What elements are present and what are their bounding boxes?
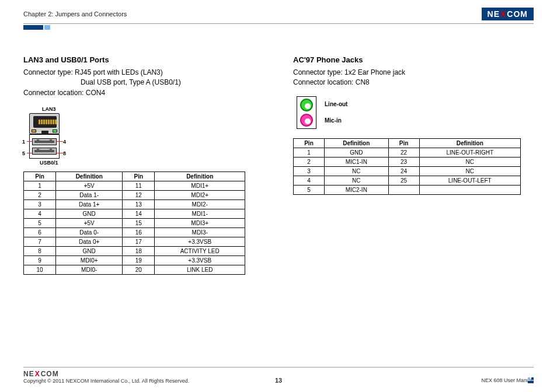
lan3-label: LAN3 xyxy=(42,106,264,112)
cell: Data 1+ xyxy=(56,200,123,209)
cell: +3.3VSB xyxy=(155,237,245,247)
th-def2: Definition xyxy=(155,172,245,181)
logo-x-icon: X xyxy=(35,370,40,378)
th-pin2: Pin xyxy=(123,172,155,181)
table-row: 10MDI0-20LINK LED xyxy=(24,265,245,275)
cell: 5 xyxy=(294,185,325,194)
page-footer: NE X COM Copyright © 2011 NEXCOM Interna… xyxy=(23,367,534,384)
logo-text-post: COM xyxy=(507,9,528,19)
cell: +5V xyxy=(56,219,123,228)
footer-logo: NE X COM xyxy=(23,370,189,378)
pin-label-1: 1 xyxy=(22,139,25,145)
usb-dual-port-icon xyxy=(29,134,60,159)
th-def2: Definition xyxy=(419,138,521,148)
cell: 5 xyxy=(24,219,56,228)
micin-jack-icon xyxy=(300,114,313,127)
cell: 1 xyxy=(294,148,325,157)
th-def: Definition xyxy=(56,172,123,181)
cell: 1 xyxy=(24,181,56,191)
header-accent xyxy=(23,25,43,30)
logo-text-post: COM xyxy=(41,370,59,378)
table-row: 9MDI0+19+3.3VSB xyxy=(24,256,245,265)
cell: MDI1- xyxy=(155,209,245,219)
cell: 18 xyxy=(123,247,155,256)
cell: GND xyxy=(56,247,123,256)
usb01-label: USB0/1 xyxy=(40,160,264,166)
table-header-row: Pin Definition Pin Definition xyxy=(294,138,521,148)
lan-usb-pin-table: Pin Definition Pin Definition 1+5V11MDI1… xyxy=(23,172,245,275)
content-columns: LAN3 and USB0/1 Ports Connector type: RJ… xyxy=(23,55,534,275)
cell: NC xyxy=(324,176,388,185)
table-row: 1GND22LINE-OUT-RIGHT xyxy=(294,148,521,157)
th-def: Definition xyxy=(324,138,388,148)
lineout-jack-icon xyxy=(300,99,313,111)
cell: 7 xyxy=(24,237,56,247)
connector-type-line1: Connector type: RJ45 port with LEDs (LAN… xyxy=(23,68,264,78)
cell: LINE-OUT-RIGHT xyxy=(419,148,521,157)
rj45-led-right-icon xyxy=(53,130,57,132)
table-header-row: Pin Definition Pin Definition xyxy=(24,172,245,181)
cell: GND xyxy=(56,209,123,219)
cell: 3 xyxy=(294,166,325,176)
table-row: 7Data 0+17+3.3VSB xyxy=(24,237,245,247)
cell: 16 xyxy=(123,228,155,237)
cell: 24 xyxy=(388,166,419,176)
port-stack: 1 4 5 8 xyxy=(29,113,60,159)
cell: MDI3- xyxy=(155,228,245,237)
cell: 25 xyxy=(388,176,419,185)
table-row: 3NC24NC xyxy=(294,166,521,176)
footer-left: NE X COM Copyright © 2011 NEXCOM Interna… xyxy=(23,370,189,384)
table-row: 4NC25LINE-OUT-LEFT xyxy=(294,176,521,185)
table-row: 6Data 0-16MDI3- xyxy=(24,228,245,237)
pin-label-5: 5 xyxy=(22,150,25,156)
cell: Data 0+ xyxy=(56,237,123,247)
cell: MIC1-IN xyxy=(324,157,388,166)
cell: 10 xyxy=(24,265,56,275)
connector-location-left: Connector location: CON4 xyxy=(23,88,264,98)
pin-line-icon xyxy=(56,141,63,142)
jack-box xyxy=(297,96,316,129)
cell: NC xyxy=(324,166,388,176)
cell: 8 xyxy=(24,247,56,256)
cell: MDI2- xyxy=(155,200,245,209)
cell: 4 xyxy=(24,209,56,219)
cell: MDI2+ xyxy=(155,191,245,200)
audio-jack-diagram: Line-out Mic-in xyxy=(297,96,534,129)
logo-text-pre: NE xyxy=(488,9,500,19)
footer-rule xyxy=(23,367,534,368)
cell: MIC2-IN xyxy=(324,185,388,194)
cell: 23 xyxy=(388,157,419,166)
table-row: 5+5V15MDI3+ xyxy=(24,219,245,228)
cell: 2 xyxy=(294,157,325,166)
connector-type-line2: Dual USB port, Type A (USB0/1) xyxy=(23,78,264,88)
connector-location-right: Connector location: CN8 xyxy=(293,78,534,88)
cell: 6 xyxy=(24,228,56,237)
th-pin: Pin xyxy=(294,138,325,148)
left-column: LAN3 and USB0/1 Ports Connector type: RJ… xyxy=(23,55,264,275)
section-title-lan-usb: LAN3 and USB0/1 Ports xyxy=(23,55,264,64)
brand-logo: NE X COM xyxy=(482,8,534,20)
usb-slot-top-icon xyxy=(32,138,57,145)
cell: Data 1- xyxy=(56,191,123,200)
cell: MDI0+ xyxy=(56,256,123,265)
ac97-pin-table: Pin Definition Pin Definition 1GND22LINE… xyxy=(293,138,521,195)
cell: +3.3VSB xyxy=(155,256,245,265)
pin-line-icon xyxy=(27,153,33,153)
logo-x-icon: X xyxy=(500,9,506,19)
pin-line-icon xyxy=(27,141,33,142)
connector-type-right: Connector type: 1x2 Ear Phone jack xyxy=(293,68,534,78)
cell: 15 xyxy=(123,219,155,228)
th-pin: Pin xyxy=(24,172,56,181)
cell: 9 xyxy=(24,256,56,265)
logo-text-pre: NE xyxy=(23,370,34,378)
table-row: 3Data 1+13MDI2- xyxy=(24,200,245,209)
th-pin2: Pin xyxy=(388,138,419,148)
cell: MDI0- xyxy=(56,265,123,275)
connector-type-value1: RJ45 port with LEDs (LAN3) xyxy=(75,68,163,76)
footer-right: NEX 608 User Manual xyxy=(452,370,534,383)
cell: 17 xyxy=(123,237,155,247)
table-row: 2MIC1-IN23NC xyxy=(294,157,521,166)
cell: NC xyxy=(419,157,521,166)
cell: 11 xyxy=(123,181,155,191)
section-title-ac97: AC'97 Phone Jacks xyxy=(293,55,534,64)
